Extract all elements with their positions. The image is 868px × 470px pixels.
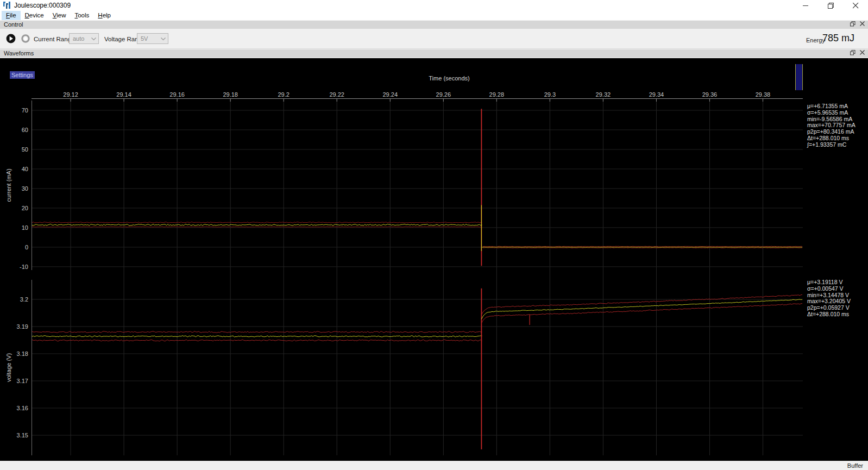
statusbar: Buffer bbox=[0, 461, 868, 470]
menu-item-help[interactable]: Help bbox=[93, 11, 115, 20]
y-tick-label: 3.18 bbox=[17, 350, 28, 357]
y-tick-label: 3.19 bbox=[17, 323, 28, 330]
voltage-range-select[interactable]: 5V bbox=[137, 33, 168, 44]
stat-line: ∫=+1.93357 mC bbox=[807, 142, 856, 148]
y-tick-label: 0 bbox=[25, 244, 28, 250]
control-panel-header: Control bbox=[0, 20, 868, 29]
current-stats: μ=+6.71355 mAσ=+5.96535 mAmin=-9.56586 m… bbox=[807, 103, 856, 148]
waveforms-panel-header: Waveforms bbox=[0, 49, 868, 58]
buffer-status-label: Buffer bbox=[847, 462, 863, 469]
window-controls bbox=[793, 0, 868, 11]
menu-item-device[interactable]: Device bbox=[21, 11, 48, 20]
y-tick-label: 3.15 bbox=[17, 432, 28, 438]
y-tick-label: 60 bbox=[22, 127, 28, 133]
stat-line: σ=+0.00547 V bbox=[807, 286, 851, 292]
x-tick-label: 29.36 bbox=[702, 91, 718, 98]
waveform-plot[interactable]: 29.1229.1429.1629.1829.229.2229.2429.262… bbox=[0, 58, 868, 461]
stat-line: Δt=+288.010 ms bbox=[807, 135, 856, 142]
x-tick-label: 29.12 bbox=[63, 91, 78, 98]
current-mean-trace bbox=[32, 224, 482, 225]
waveform-area[interactable]: 29.1229.1429.1629.1829.229.2229.2429.262… bbox=[0, 58, 868, 461]
y-tick-label: 3.2 bbox=[20, 296, 28, 303]
voltage-mean-trace bbox=[32, 336, 482, 337]
x-tick-label: 29.2 bbox=[278, 91, 289, 98]
x-tick-label: 29.22 bbox=[329, 91, 344, 98]
x-tick-label: 29.28 bbox=[489, 91, 505, 98]
y-tick-label: 3.16 bbox=[17, 405, 28, 411]
x-tick-label: 29.18 bbox=[223, 91, 238, 98]
record-button[interactable] bbox=[21, 34, 30, 43]
current-min-trace bbox=[483, 248, 802, 248]
voltage-axis-title: voltage (V) bbox=[5, 353, 12, 382]
play-button[interactable] bbox=[6, 34, 16, 43]
settings-button[interactable]: Settings bbox=[10, 71, 35, 79]
voltage-stats: μ=+3.19118 Vσ=+0.00547 Vmin=+3.14478 Vma… bbox=[807, 279, 851, 318]
x-tick-label: 29.32 bbox=[596, 91, 611, 98]
menu-item-view[interactable]: View bbox=[48, 11, 71, 20]
buffer-position-marker[interactable] bbox=[795, 64, 803, 90]
y-tick-label: 30 bbox=[22, 185, 28, 192]
current-mean-trace bbox=[481, 247, 802, 248]
current-max-trace bbox=[32, 222, 482, 223]
current-max-trace bbox=[483, 246, 802, 247]
y-tick-label: 40 bbox=[22, 166, 28, 172]
stat-line: Δt=+288.010 ms bbox=[807, 311, 851, 318]
y-tick-label: 10 bbox=[22, 224, 28, 231]
menu-bar: FileDeviceViewToolsHelp bbox=[0, 11, 868, 20]
x-tick-label: 29.16 bbox=[169, 91, 185, 98]
x-tick-label: 29.3 bbox=[544, 91, 556, 98]
control-toolbar: Current Range auto Voltage Range 5V Ener… bbox=[0, 29, 868, 49]
close-panel-icon[interactable] bbox=[860, 21, 865, 26]
app-window: Joulescope:000309 FileDeviceViewToolsHel… bbox=[0, 0, 868, 470]
menu-item-file[interactable]: File bbox=[2, 11, 21, 20]
y-tick-label: 20 bbox=[22, 205, 28, 211]
float-panel-icon[interactable] bbox=[850, 50, 856, 55]
menu-item-tools[interactable]: Tools bbox=[70, 11, 93, 20]
close-button[interactable] bbox=[843, 0, 868, 11]
x-tick-label: 29.38 bbox=[756, 91, 771, 98]
titlebar: Joulescope:000309 bbox=[0, 0, 868, 11]
control-panel-title: Control bbox=[4, 21, 23, 28]
app-icon bbox=[3, 2, 10, 9]
voltage-min-trace bbox=[32, 340, 482, 341]
stat-line: σ=+5.96535 mA bbox=[807, 110, 856, 116]
x-tick-label: 29.26 bbox=[436, 91, 451, 98]
current-range-select[interactable]: auto bbox=[69, 33, 99, 44]
y-tick-label: 3.17 bbox=[17, 378, 28, 384]
close-panel-icon[interactable] bbox=[860, 50, 865, 55]
current-min-trace bbox=[32, 227, 482, 227]
current-axis-title: current (mA) bbox=[5, 168, 12, 202]
waveforms-panel-title: Waveforms bbox=[4, 50, 34, 57]
time-axis-label: Time (seconds) bbox=[395, 75, 504, 82]
chevron-down-icon bbox=[91, 37, 96, 41]
x-tick-label: 29.14 bbox=[116, 91, 131, 98]
voltage-max-trace bbox=[481, 294, 802, 315]
voltage-max-trace bbox=[32, 331, 482, 333]
window-title: Joulescope:000309 bbox=[14, 2, 71, 9]
restore-button[interactable] bbox=[818, 0, 843, 11]
energy-value: 785 mJ bbox=[822, 33, 854, 44]
y-tick-label: 50 bbox=[22, 146, 28, 153]
minimize-button[interactable] bbox=[793, 0, 818, 11]
y-tick-label: -10 bbox=[20, 264, 28, 270]
float-panel-icon[interactable] bbox=[850, 21, 856, 27]
x-tick-label: 29.24 bbox=[382, 91, 398, 98]
y-tick-label: 70 bbox=[22, 107, 28, 114]
chevron-down-icon bbox=[161, 37, 166, 41]
x-tick-label: 29.34 bbox=[649, 91, 664, 98]
